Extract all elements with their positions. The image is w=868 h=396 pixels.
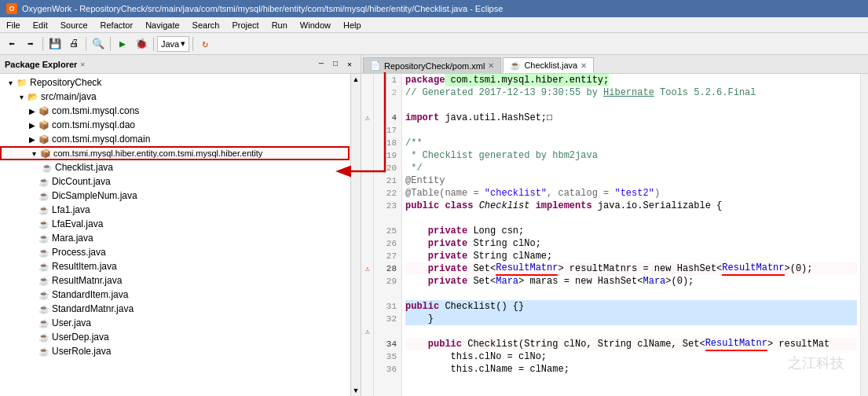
menu-edit[interactable]: Edit [27,19,54,31]
tree-node-mara[interactable]: ☕ Mara.java [0,231,361,245]
code-line-31: public Checklist() {} [405,300,857,313]
toolbar-perspective-dropdown[interactable]: Java ▾ [157,36,189,52]
menu-source[interactable]: Source [54,19,94,31]
sidebar-maximize-btn[interactable]: □ [329,58,342,71]
gutter-1 [361,74,373,86]
str-test2: "test2" [614,187,654,200]
sidebar-scroll-up[interactable]: ▲ [351,74,361,85]
toolbar-search-btn[interactable]: 🔍 [90,35,107,53]
tree-node-diccount[interactable]: ☕ DicCount.java [0,174,361,189]
code-line-25: private Long csn; [405,225,857,237]
tree-toggle-repo[interactable]: ▾ [5,77,16,88]
kw-public-23: public [405,200,439,212]
toolbar-back-btn[interactable]: ⬅ [3,35,20,53]
tab-checklist[interactable]: ☕ Checklist.java ✕ [503,57,594,73]
kw-private-27: private [405,250,467,262]
gutter-6 [361,137,373,149]
tree-toggle-entity[interactable]: ▾ [28,148,39,159]
tree-node-user[interactable]: ☕ User.java [0,316,361,330]
code-32-brace: } [405,313,434,325]
code-23-classname: Checklist [473,200,535,212]
ln-2: 2 [377,86,397,99]
tree-toggle-src[interactable]: ▾ [16,91,27,102]
gutter-18 [361,288,373,300]
toolbar-save-btn[interactable]: 💾 [46,35,64,53]
tree-node-cons[interactable]: ▶ 📦 com.tsmi.mysql.cons [0,104,361,118]
tab-label-checklist: Checklist.java [524,60,577,70]
tree-label-user: User.java [52,317,91,328]
menu-project[interactable]: Project [225,19,265,31]
toolbar-refresh-btn[interactable]: ↻ [196,35,214,53]
code-editor[interactable]: package com.tsmi.mysql.hiber.entity; // … [402,74,860,396]
menu-help[interactable]: Help [337,19,368,31]
tree-node-standardmatnr[interactable]: ☕ StandardMatnr.java [0,302,361,316]
tree-node-userrole[interactable]: ☕ UserRole.java [0,344,361,358]
gutter-11 [361,200,373,212]
tree-node-process[interactable]: ☕ Process.java [0,245,361,259]
ln-4: 4 [377,112,397,124]
dropdown-arrow-icon: ▾ [181,38,185,49]
menu-file[interactable]: File [0,19,27,31]
tree-node-resultitem[interactable]: ☕ ResultItem.java [0,259,361,273]
tree-node-resultmatnr[interactable]: ☕ ResultMatnr.java [0,273,361,288]
code-27-type: String clName; [467,250,552,262]
err-resultmatnr-34: ResultMatnr [705,337,767,351]
sidebar-close-btn[interactable]: ✕ [343,58,356,71]
tree-label-process: Process.java [52,247,106,258]
tree-node-lfaeval[interactable]: ☕ LfaEval.java [0,217,361,231]
sidebar-scroll-down[interactable]: ▼ [351,385,361,396]
ln-36: 36 [377,363,397,376]
toolbar-print-btn[interactable]: 🖨 [65,35,82,53]
ln-20: 20 [377,162,397,174]
tree-node-src[interactable]: ▾ 📂 src/main/java [0,90,361,104]
kw-package: package [405,74,445,86]
code-line-35: this.clNo = clNo; [405,350,857,363]
tab-pom[interactable]: 📄 RepositoryCheck/pom.xml ✕ [363,57,501,73]
package-icon-domain: 📦 [38,133,50,145]
tree-label-lfa1: Lfa1.java [52,204,90,215]
toolbar-debug-btn[interactable]: 🐞 [133,35,150,53]
tab-close-checklist[interactable]: ✕ [580,61,587,70]
java-icon-lfaeval: ☕ [38,218,50,230]
toolbar: ⬅ ➡ 💾 🖨 🔍 ▶ 🐞 Java ▾ ↻ [0,33,868,55]
toolbar-run-btn[interactable]: ▶ [114,35,131,53]
tree-node-checklist[interactable]: ☕ Checklist.java [0,160,361,174]
tree-label-standardmatnr: StandardMatnr.java [52,303,134,314]
tree-toggle-dao[interactable]: ▶ [27,119,38,130]
code-line-19: * Checklist generated by hbm2java [405,149,857,162]
tree-label-lfaeval: LfaEval.java [52,218,103,229]
code-29-pre: Set<Mara> maras = new HashSet<Mara>(0); [467,275,694,288]
tree-node-entity[interactable]: ▾ 📦 com.tsmi.mysql.hiber.entity.com.tsmi… [0,146,350,160]
tab-close-pom[interactable]: ✕ [488,61,494,70]
tree-node-repo[interactable]: ▾ 📁 RepositoryCheck [0,75,361,90]
editor-right-margin [860,74,868,396]
editor-gutter: ⚠ ⚠ ⚠ [361,74,374,396]
sidebar-header: Package Explorer ✕ ─ □ ✕ [0,55,361,74]
menu-search[interactable]: Search [186,19,226,31]
editor-panel: 📄 RepositoryCheck/pom.xml ✕ ☕ Checklist.… [361,55,868,396]
tree-node-standarditem[interactable]: ☕ StandardItem.java [0,288,361,302]
tree-node-lfa1[interactable]: ☕ Lfa1.java [0,203,361,217]
menu-refactor[interactable]: Refactor [94,19,140,31]
window-title: OxygenWork - RepositoryCheck/src/main/ja… [22,4,503,13]
tree-node-domain[interactable]: ▶ 📦 com.tsmi.mysql.domain [0,132,361,146]
menu-run[interactable]: Run [266,19,294,31]
sidebar-minimize-btn[interactable]: ─ [315,58,328,71]
tree-node-dicsamplenum[interactable]: ☕ DicSampleNum.java [0,189,361,203]
code-28-mid: > resultMatnrs = new HashSet< [558,262,722,275]
sidebar-tree: ▲ ▼ ▾ 📁 RepositoryCheck ▾ 📂 src/main/jav… [0,74,361,396]
tree-node-userdep[interactable]: ☕ UserDep.java [0,330,361,344]
gutter-16: ⚠ [361,262,373,275]
tree-label-src: src/main/java [41,91,97,102]
menu-window[interactable]: Window [294,19,337,31]
tree-toggle-domain[interactable]: ▶ [27,134,38,145]
ln-30 [377,288,397,300]
tree-node-dao[interactable]: ▶ 📦 com.tsmi.mysql.dao [0,118,361,132]
sidebar-controls: ─ □ ✕ [315,58,356,71]
menu-navigate[interactable]: Navigate [139,19,185,31]
java-tab-icon: ☕ [510,60,521,71]
tree-toggle-cons[interactable]: ▶ [27,105,38,116]
ln-33 [377,325,397,338]
toolbar-forward-btn[interactable]: ➡ [22,35,39,53]
ln-18: 18 [377,137,397,149]
